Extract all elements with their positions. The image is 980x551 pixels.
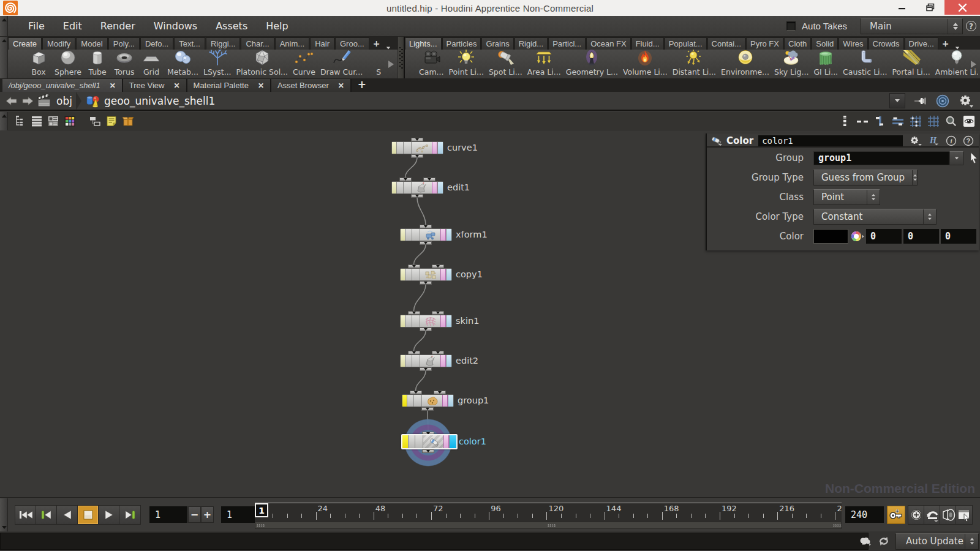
shelf-tool-platonicsol[interactable]: Platonic Sol... (234, 50, 290, 78)
shelf-tab-fluid[interactable]: Fluid... (631, 37, 664, 50)
menu-file[interactable]: File (19, 17, 54, 35)
frame-decrement-button[interactable]: − (188, 506, 201, 523)
color-component-field[interactable]: 0 (941, 229, 976, 244)
shelf-tool-cam[interactable]: Cam... (417, 50, 447, 78)
node-display-flag[interactable] (446, 229, 451, 241)
shelf-tool-spotli[interactable]: Spot Li... (486, 50, 525, 78)
shelf-add-tab-button[interactable]: + (939, 39, 952, 50)
timeline-ruler[interactable]: 244872961201441681922162401 (255, 503, 842, 522)
node-output-connector[interactable] (411, 154, 423, 158)
node-wire[interactable] (405, 158, 418, 178)
color-swatch[interactable] (813, 229, 848, 244)
node-label-color1[interactable]: color1 (459, 437, 486, 446)
pane-tab-tree-view[interactable]: Tree View✕ (123, 79, 187, 92)
shelf-tab-oceanfx[interactable]: Ocean FX (586, 37, 631, 50)
restore-button[interactable] (916, 0, 944, 15)
pane-tab-material-palette[interactable]: Material Palette✕ (187, 79, 271, 92)
node-edit2[interactable] (400, 354, 452, 367)
next-keyframe-button[interactable] (119, 506, 140, 524)
node-magenta-flag[interactable] (443, 435, 449, 448)
node-flag-segment[interactable] (412, 269, 420, 280)
param-field-menu-button[interactable] (949, 151, 963, 165)
forward-button[interactable] (22, 96, 34, 106)
scope-channels-button[interactable] (908, 506, 924, 524)
shelf-tab-crowds[interactable]: Crowds (869, 37, 904, 50)
node-template-flag[interactable] (392, 142, 397, 154)
node-magenta-flag[interactable] (440, 355, 446, 367)
close-button[interactable] (944, 0, 980, 15)
prev-keyframe-button[interactable] (36, 506, 57, 524)
shelf-tool-skylig[interactable]: Sky Lig... (772, 50, 811, 78)
color-component-field[interactable]: 0 (903, 229, 939, 244)
node-display-flag[interactable] (449, 435, 456, 448)
shelf-tool-distantli[interactable]: Distant Li... (670, 50, 718, 78)
node-wire[interactable] (417, 198, 426, 225)
node-skin1[interactable] (400, 315, 452, 328)
shelf-tab-cloth[interactable]: Cloth (784, 37, 811, 50)
shelf-tool-torus[interactable]: Torus (111, 50, 138, 78)
param-help-icon[interactable]: ? (963, 135, 974, 146)
node-magenta-flag[interactable] (432, 142, 437, 154)
node-output-connector[interactable] (420, 328, 432, 331)
node-curve1[interactable] (391, 141, 443, 154)
audio-button[interactable] (940, 506, 956, 524)
menu-assets[interactable]: Assets (206, 17, 257, 35)
shelf-tab-wires[interactable]: Wires (839, 37, 867, 50)
menu-render[interactable]: Render (91, 17, 145, 35)
node-template-flag[interactable] (402, 395, 407, 407)
close-tab-icon[interactable]: ✕ (174, 81, 180, 90)
menu-windows[interactable]: Windows (145, 17, 206, 35)
shelf-tool-gili[interactable]: GI Li... (811, 50, 840, 78)
node-template-flag[interactable] (401, 229, 405, 241)
node-magenta-flag[interactable] (440, 269, 446, 280)
help-icon[interactable]: ? (966, 21, 976, 31)
shelf-tool-sphere[interactable]: Sphere (52, 50, 84, 78)
shelf-tool-curve[interactable]: Curve (290, 50, 318, 78)
end-frame-field[interactable]: 240 (845, 506, 884, 523)
node-copy1[interactable] (400, 268, 452, 281)
shelf-tab-hair[interactable]: Hair (310, 37, 334, 50)
shelf-tab-defo[interactable]: Defo... (140, 37, 173, 50)
shelf-tab-create[interactable]: Create (8, 37, 42, 50)
shelf-tool-volumeli[interactable]: Volume Li... (620, 50, 670, 78)
node-flag-segment[interactable] (414, 395, 422, 407)
node-type-icon[interactable] (710, 136, 724, 146)
node-label-xform1[interactable]: xform1 (456, 230, 488, 239)
color-component-field[interactable]: 0 (866, 229, 902, 244)
take-selector-spinner[interactable] (948, 19, 962, 34)
node-output-connector[interactable] (421, 407, 434, 411)
stop-button[interactable] (78, 506, 99, 524)
node-magenta-flag[interactable] (440, 315, 446, 327)
houdini-help-icon[interactable]: H (929, 135, 940, 146)
memory-icon[interactable] (859, 536, 872, 546)
param-dropdown-spinner[interactable] (923, 209, 936, 224)
revert-button[interactable] (924, 506, 940, 524)
node-magenta-flag[interactable] (432, 182, 437, 193)
shelf-tab-particles[interactable]: Particles (442, 37, 481, 50)
shelf-tab-solid[interactable]: Solid (812, 37, 838, 50)
back-button[interactable] (6, 96, 17, 106)
node-label-edit2[interactable]: edit2 (456, 356, 478, 365)
param-dropdown-class[interactable]: Point (813, 189, 880, 205)
shelf-tab-drive[interactable]: Drive... (905, 37, 938, 50)
shelf-tab-text[interactable]: Text... (174, 37, 205, 50)
node-output-connector[interactable] (420, 367, 432, 371)
node-template-flag[interactable] (401, 315, 405, 327)
shelf-tab-anim[interactable]: Anim... (275, 37, 309, 50)
node-xform1[interactable] (400, 228, 452, 241)
pane-tab-asset-browser[interactable]: Asset Browser✕ (271, 79, 352, 92)
path-dropdown-button[interactable] (889, 93, 905, 108)
param-dropdown-spinner[interactable] (912, 170, 918, 185)
node-flag-segment[interactable] (405, 269, 412, 280)
shelf-tool-lsyst[interactable]: LSyst... (201, 50, 234, 78)
node-magenta-flag[interactable] (442, 395, 448, 407)
node-color1[interactable] (401, 434, 458, 449)
recook-icon[interactable] (877, 536, 891, 547)
shelf-add-tab-button[interactable]: + (370, 39, 383, 50)
color-wheel-icon[interactable] (851, 231, 864, 242)
node-label-skin1[interactable]: skin1 (456, 316, 479, 326)
auto-takes-checkbox[interactable] (786, 21, 796, 31)
shelf-more-arrow-icon[interactable] (388, 60, 394, 69)
node-display-flag[interactable] (446, 355, 451, 367)
shelf-tool-metab[interactable]: Metab... (165, 50, 201, 78)
